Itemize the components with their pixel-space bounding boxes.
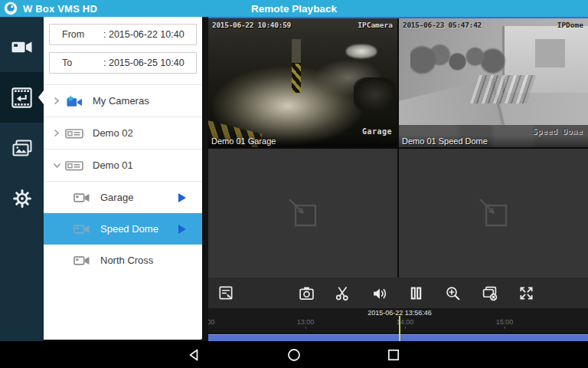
osd-timestamp: 2015-06-23 05:47:42 bbox=[403, 21, 482, 29]
gear-icon bbox=[12, 189, 32, 209]
video-cell-speed-dome[interactable]: 2015-06-23 05:47:42 IPDome Speed Dome De… bbox=[399, 18, 588, 147]
top-bar: W Box VMS HD Remote Playback bbox=[0, 0, 588, 17]
osd-timestamp: 2015-06-22 10:40:59 bbox=[212, 21, 291, 29]
from-label: From bbox=[62, 29, 96, 40]
tree-item-demo-01[interactable]: Demo 01 bbox=[44, 150, 202, 182]
snapshot-button[interactable] bbox=[297, 284, 315, 302]
timeline-tick-label: 12:00 bbox=[208, 318, 214, 326]
favorite-camera-icon bbox=[65, 95, 83, 107]
drop-channel-placeholder-icon bbox=[286, 196, 321, 231]
to-field[interactable]: To : 2015-06-25 10:40 bbox=[49, 52, 197, 74]
recorded-footage-track[interactable] bbox=[208, 334, 588, 341]
tree-item-label: North Cross bbox=[100, 255, 153, 266]
playhead-timestamp: 2015-06-22 13:56:46 bbox=[368, 309, 432, 317]
channel-label: Demo 01 Garage bbox=[208, 135, 397, 147]
from-value: : 2015-06-22 10:40 bbox=[103, 29, 185, 40]
playback-area: 2015-06-22 10:40:59 IPCamera Garage Demo… bbox=[208, 17, 588, 341]
play-channel-icon[interactable] bbox=[178, 225, 186, 234]
chevron-down-icon[interactable] bbox=[51, 163, 63, 169]
tree-item-label: Garage bbox=[100, 192, 133, 203]
chevron-right-icon[interactable] bbox=[51, 97, 63, 105]
android-nav-bar bbox=[0, 341, 588, 368]
app-logo-icon bbox=[4, 2, 18, 15]
tree-item-north-cross[interactable]: North Cross bbox=[44, 245, 202, 276]
close-all-button[interactable] bbox=[480, 284, 498, 302]
tree-item-label: Speed Dome bbox=[100, 223, 158, 235]
digital-zoom-button[interactable] bbox=[443, 284, 462, 302]
video-cell-empty[interactable] bbox=[208, 149, 397, 278]
tree-item-my-cameras[interactable]: My Cameras bbox=[44, 85, 202, 117]
to-label: To bbox=[62, 58, 96, 68]
timeline-tick-label: 13:00 bbox=[297, 318, 315, 326]
sidebar-item-media-files[interactable] bbox=[0, 123, 44, 173]
chevron-right-icon[interactable] bbox=[51, 129, 63, 137]
osd-device-name: IPDome bbox=[557, 21, 583, 29]
sidebar-item-settings[interactable] bbox=[0, 173, 44, 224]
nvr-device-icon bbox=[65, 159, 83, 172]
camera-icon bbox=[73, 192, 91, 204]
from-field[interactable]: From : 2015-06-22 10:40 bbox=[49, 24, 197, 45]
video-grid: 2015-06-22 10:40:59 IPCamera Garage Demo… bbox=[208, 18, 588, 278]
camera-icon bbox=[73, 255, 91, 267]
to-value: : 2015-06-25 10:40 bbox=[103, 58, 185, 68]
playback-toolbar bbox=[208, 278, 588, 308]
tree-item-label: Demo 01 bbox=[93, 159, 133, 171]
tree-item-label: My Cameras bbox=[93, 95, 149, 107]
sidebar-item-live-view[interactable] bbox=[0, 21, 44, 72]
playback-timeline[interactable]: 2015-06-22 13:56:46 12:00 13:00 14:00 15… bbox=[208, 308, 588, 341]
camera-icon bbox=[73, 223, 91, 235]
playback-search-panel: From : 2015-06-22 10:40 To : 2015-06-25 … bbox=[44, 17, 202, 340]
timeline-gridline bbox=[208, 329, 588, 330]
tree-item-demo-02[interactable]: Demo 02 bbox=[44, 117, 202, 150]
camera-tree: My Cameras Demo 02 bbox=[44, 84, 202, 276]
recents-button[interactable] bbox=[386, 347, 401, 363]
clip-button[interactable] bbox=[333, 284, 351, 302]
pictures-icon bbox=[12, 140, 32, 157]
osd-device-name: IPCamera bbox=[358, 21, 393, 29]
timeline-tick-label: 15:00 bbox=[496, 318, 514, 326]
video-cell-empty[interactable] bbox=[399, 149, 588, 278]
fullscreen-button[interactable] bbox=[517, 284, 535, 302]
app-title: W Box VMS HD bbox=[23, 3, 97, 15]
video-cell-garage[interactable]: 2015-06-22 10:40:59 IPCamera Garage Demo… bbox=[208, 18, 397, 147]
nvr-device-icon bbox=[65, 127, 83, 140]
timeline-gridline bbox=[208, 332, 588, 333]
back-button[interactable] bbox=[187, 347, 202, 363]
home-button[interactable] bbox=[286, 347, 302, 363]
drop-channel-placeholder-icon bbox=[476, 196, 511, 231]
tree-item-garage[interactable]: Garage bbox=[44, 182, 202, 213]
timeline-playhead[interactable] bbox=[399, 316, 400, 341]
playback-filmstrip-icon bbox=[11, 87, 32, 108]
video-camera-icon bbox=[11, 40, 32, 54]
play-channel-icon[interactable] bbox=[178, 193, 186, 202]
event-list-button[interactable] bbox=[217, 284, 235, 302]
tree-item-speed-dome[interactable]: Speed Dome bbox=[44, 213, 202, 245]
app-screen: W Box VMS HD Remote Playback bbox=[0, 0, 588, 368]
tree-item-label: Demo 02 bbox=[93, 127, 133, 139]
audio-button[interactable] bbox=[370, 284, 388, 302]
channel-label: Demo 01 Speed Dome bbox=[399, 135, 588, 147]
sidebar bbox=[0, 17, 44, 341]
pause-button[interactable] bbox=[407, 284, 425, 302]
sidebar-item-remote-playback[interactable] bbox=[0, 72, 44, 123]
